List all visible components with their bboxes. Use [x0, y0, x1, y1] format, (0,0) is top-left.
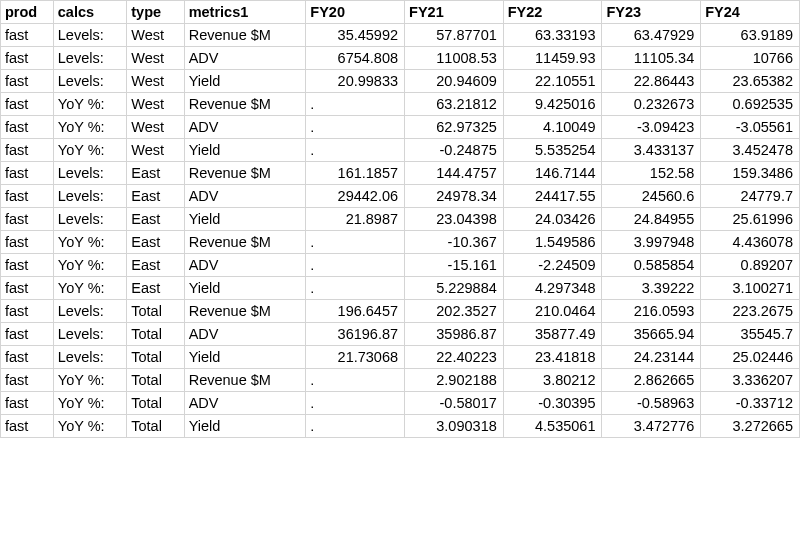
cell-type[interactable]: West — [127, 70, 184, 93]
cell-prod[interactable]: fast — [1, 369, 54, 392]
cell-prod[interactable]: fast — [1, 208, 54, 231]
cell-calcs[interactable]: YoY %: — [53, 254, 126, 277]
cell-calcs[interactable]: YoY %: — [53, 139, 126, 162]
cell-fy22[interactable]: 146.7144 — [503, 162, 602, 185]
cell-type[interactable]: Total — [127, 323, 184, 346]
cell-fy20[interactable]: 21.73068 — [306, 346, 405, 369]
cell-fy21[interactable]: -10.367 — [405, 231, 504, 254]
cell-calcs[interactable]: Levels: — [53, 47, 126, 70]
cell-metric[interactable]: Revenue $M — [184, 24, 306, 47]
cell-prod[interactable]: fast — [1, 47, 54, 70]
cell-fy20[interactable]: . — [306, 231, 405, 254]
cell-calcs[interactable]: Levels: — [53, 24, 126, 47]
cell-calcs[interactable]: Levels: — [53, 185, 126, 208]
cell-type[interactable]: West — [127, 47, 184, 70]
cell-fy21[interactable]: 22.40223 — [405, 346, 504, 369]
header-metrics1[interactable]: metrics1 — [184, 1, 306, 24]
cell-type[interactable]: Total — [127, 369, 184, 392]
header-fy21[interactable]: FY21 — [405, 1, 504, 24]
cell-metric[interactable]: ADV — [184, 392, 306, 415]
cell-metric[interactable]: Revenue $M — [184, 231, 306, 254]
cell-fy24[interactable]: 24779.7 — [701, 185, 800, 208]
cell-prod[interactable]: fast — [1, 185, 54, 208]
cell-type[interactable]: Total — [127, 415, 184, 438]
header-fy24[interactable]: FY24 — [701, 1, 800, 24]
header-fy23[interactable]: FY23 — [602, 1, 701, 24]
cell-fy23[interactable]: 35665.94 — [602, 323, 701, 346]
cell-fy21[interactable]: 202.3527 — [405, 300, 504, 323]
header-calcs[interactable]: calcs — [53, 1, 126, 24]
cell-fy20[interactable]: 29442.06 — [306, 185, 405, 208]
cell-fy22[interactable]: 4.297348 — [503, 277, 602, 300]
cell-calcs[interactable]: Levels: — [53, 300, 126, 323]
cell-fy20[interactable]: . — [306, 369, 405, 392]
cell-fy21[interactable]: 11008.53 — [405, 47, 504, 70]
cell-calcs[interactable]: YoY %: — [53, 93, 126, 116]
cell-prod[interactable]: fast — [1, 162, 54, 185]
cell-fy23[interactable]: 216.0593 — [602, 300, 701, 323]
cell-calcs[interactable]: YoY %: — [53, 116, 126, 139]
cell-metric[interactable]: ADV — [184, 47, 306, 70]
cell-fy22[interactable]: 11459.93 — [503, 47, 602, 70]
cell-fy21[interactable]: 23.04398 — [405, 208, 504, 231]
cell-fy22[interactable]: 9.425016 — [503, 93, 602, 116]
cell-type[interactable]: East — [127, 162, 184, 185]
cell-calcs[interactable]: YoY %: — [53, 392, 126, 415]
cell-metric[interactable]: Yield — [184, 70, 306, 93]
cell-fy20[interactable]: 36196.87 — [306, 323, 405, 346]
cell-fy20[interactable]: . — [306, 254, 405, 277]
cell-fy23[interactable]: 24.23144 — [602, 346, 701, 369]
cell-fy24[interactable]: 10766 — [701, 47, 800, 70]
cell-calcs[interactable]: Levels: — [53, 323, 126, 346]
cell-metric[interactable]: Yield — [184, 277, 306, 300]
cell-calcs[interactable]: Levels: — [53, 346, 126, 369]
cell-fy22[interactable]: 4.535061 — [503, 415, 602, 438]
cell-fy24[interactable]: 223.2675 — [701, 300, 800, 323]
cell-fy20[interactable]: . — [306, 392, 405, 415]
cell-fy21[interactable]: 35986.87 — [405, 323, 504, 346]
cell-fy20[interactable]: 196.6457 — [306, 300, 405, 323]
cell-fy24[interactable]: -0.33712 — [701, 392, 800, 415]
cell-fy22[interactable]: -2.24509 — [503, 254, 602, 277]
cell-type[interactable]: West — [127, 24, 184, 47]
cell-type[interactable]: West — [127, 139, 184, 162]
cell-fy23[interactable]: 3.472776 — [602, 415, 701, 438]
cell-fy22[interactable]: 23.41818 — [503, 346, 602, 369]
cell-fy22[interactable]: 35877.49 — [503, 323, 602, 346]
cell-prod[interactable]: fast — [1, 116, 54, 139]
cell-metric[interactable]: Revenue $M — [184, 369, 306, 392]
cell-type[interactable]: West — [127, 116, 184, 139]
cell-metric[interactable]: Revenue $M — [184, 93, 306, 116]
cell-fy20[interactable]: . — [306, 139, 405, 162]
cell-metric[interactable]: ADV — [184, 254, 306, 277]
cell-prod[interactable]: fast — [1, 254, 54, 277]
cell-fy22[interactable]: 22.10551 — [503, 70, 602, 93]
cell-fy23[interactable]: -0.58963 — [602, 392, 701, 415]
cell-fy22[interactable]: -0.30395 — [503, 392, 602, 415]
header-fy22[interactable]: FY22 — [503, 1, 602, 24]
cell-fy22[interactable]: 4.10049 — [503, 116, 602, 139]
cell-prod[interactable]: fast — [1, 139, 54, 162]
cell-metric[interactable]: Yield — [184, 346, 306, 369]
cell-calcs[interactable]: Levels: — [53, 70, 126, 93]
cell-fy24[interactable]: -3.05561 — [701, 116, 800, 139]
cell-fy24[interactable]: 0.89207 — [701, 254, 800, 277]
cell-fy22[interactable]: 24.03426 — [503, 208, 602, 231]
cell-metric[interactable]: Revenue $M — [184, 162, 306, 185]
cell-fy22[interactable]: 63.33193 — [503, 24, 602, 47]
cell-fy20[interactable]: . — [306, 116, 405, 139]
cell-fy20[interactable]: . — [306, 93, 405, 116]
cell-fy23[interactable]: 11105.34 — [602, 47, 701, 70]
cell-metric[interactable]: ADV — [184, 323, 306, 346]
cell-type[interactable]: Total — [127, 392, 184, 415]
cell-metric[interactable]: Yield — [184, 139, 306, 162]
cell-fy24[interactable]: 3.336207 — [701, 369, 800, 392]
cell-fy23[interactable]: 0.585854 — [602, 254, 701, 277]
cell-fy21[interactable]: 144.4757 — [405, 162, 504, 185]
cell-metric[interactable]: Revenue $M — [184, 300, 306, 323]
cell-calcs[interactable]: YoY %: — [53, 231, 126, 254]
cell-fy24[interactable]: 3.452478 — [701, 139, 800, 162]
cell-prod[interactable]: fast — [1, 231, 54, 254]
cell-fy23[interactable]: 2.862665 — [602, 369, 701, 392]
cell-fy21[interactable]: 63.21812 — [405, 93, 504, 116]
